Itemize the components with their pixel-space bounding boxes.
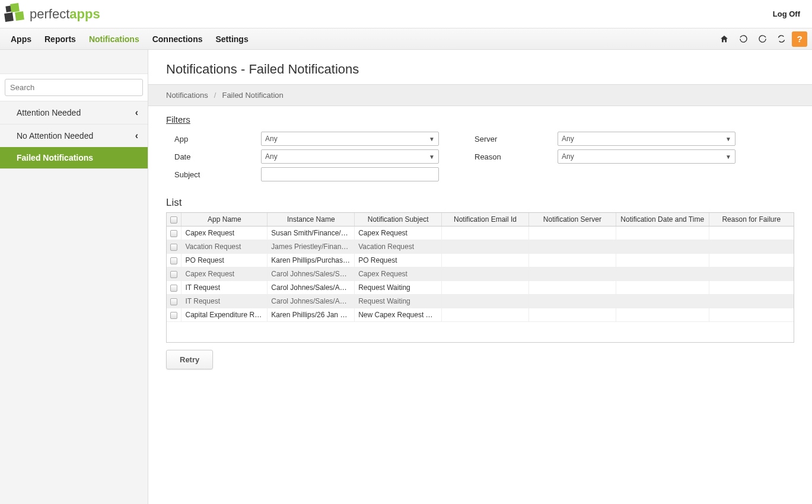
reload-icon[interactable] [754, 31, 770, 47]
cell-subject: Vacation Request [355, 240, 442, 254]
filter-date-select[interactable]: Any▼ [261, 149, 439, 164]
select-all-checkbox[interactable] [170, 216, 177, 224]
cell-email [442, 267, 529, 281]
cell-app: Capital Expenditure Request [181, 308, 268, 322]
cell-date [616, 227, 709, 240]
filter-reason-label: Reason [439, 152, 558, 161]
retry-button[interactable]: Retry [166, 350, 213, 369]
cell-instance: Susan Smith/Finance/FR455 [268, 227, 355, 240]
nav-item-settings[interactable]: Settings [215, 34, 248, 44]
cell-email [442, 281, 529, 295]
table-row[interactable]: IT RequestCarol Johnes/Sales/AB232Reques… [167, 295, 794, 308]
home-icon[interactable] [716, 31, 733, 47]
logo-text: perfectapps [30, 7, 100, 22]
filter-subject-input[interactable] [261, 167, 439, 181]
top-header: perfectapps Log Off [0, 0, 812, 28]
cell-server [528, 295, 616, 308]
list-grid: App NameInstance NameNotification Subjec… [166, 212, 794, 343]
page-title: Notifications - Failed Notifications [148, 50, 812, 84]
sidebar-item-attention-needed[interactable]: Attention Needed‹ [0, 101, 148, 124]
list-heading: List [166, 197, 794, 209]
row-checkbox[interactable] [170, 271, 177, 278]
cell-email [442, 295, 529, 308]
cell-instance: Carol Johnes/Sales/AB232 [268, 295, 355, 308]
cell-server [528, 254, 616, 267]
logo-mark-icon [5, 4, 26, 25]
table-row[interactable]: IT RequestCarol Johnes/Sales/AB232Reques… [167, 281, 794, 295]
table-row[interactable]: PO RequestKaren Phillips/Purchase/PR5PO … [167, 254, 794, 267]
column-header[interactable]: Notification Server [528, 213, 616, 227]
cell-subject: Capex Request [355, 267, 442, 281]
refresh-icon[interactable] [735, 31, 752, 47]
row-checkbox[interactable] [170, 244, 177, 251]
filter-subject-label: Subject [166, 170, 261, 179]
logo: perfectapps [5, 4, 100, 25]
cell-app: Vacation Request [181, 240, 268, 254]
cell-subject: Request Waiting [355, 295, 442, 308]
sync-icon[interactable] [773, 31, 789, 47]
row-checkbox[interactable] [170, 312, 177, 319]
nav-item-connections[interactable]: Connections [152, 34, 203, 44]
nav-item-notifications[interactable]: Notifications [89, 34, 139, 44]
row-checkbox[interactable] [170, 298, 177, 305]
filter-server-select[interactable]: Any▼ [558, 132, 735, 146]
table-row[interactable]: Capital Expenditure RequestKaren Phillip… [167, 308, 794, 322]
nav-item-reports[interactable]: Reports [44, 34, 76, 44]
table-row[interactable]: Capex RequestSusan Smith/Finance/FR455Ca… [167, 227, 794, 240]
breadcrumb-item[interactable]: Notifications [166, 91, 208, 100]
filter-app-select[interactable]: Any▼ [261, 132, 439, 146]
sidebar-item-no-attention-needed[interactable]: No Attention Needed‹ [0, 124, 148, 147]
cell-instance: James Priestley/Finance/FC5 [268, 240, 355, 254]
cell-date [616, 281, 709, 295]
table-row[interactable]: Capex RequestCarol Johnes/Sales/SR443Cap… [167, 267, 794, 281]
column-header[interactable]: Notification Email Id [442, 213, 529, 227]
cell-app: Capex Request [181, 227, 268, 240]
column-header[interactable]: Reason for Failure [709, 213, 794, 227]
sidebar: Attention Needed‹No Attention Needed‹Fai… [0, 50, 148, 504]
chevron-left-icon: ‹ [135, 130, 138, 141]
table-row[interactable]: Vacation RequestJames Priestley/Finance/… [167, 240, 794, 254]
nav-item-apps[interactable]: Apps [11, 34, 31, 44]
cell-subject: New Capex Request Waiting [355, 308, 442, 322]
logoff-link[interactable]: Log Off [773, 9, 800, 18]
filters-heading: Filters [166, 114, 794, 125]
cell-server [528, 240, 616, 254]
row-checkbox[interactable] [170, 285, 177, 292]
cell-reason [709, 308, 794, 322]
cell-date [616, 308, 709, 322]
cell-reason [709, 281, 794, 295]
column-header[interactable]: App Name [181, 213, 268, 227]
cell-date [616, 267, 709, 281]
cell-email [442, 227, 529, 240]
filter-app-label: App [166, 135, 261, 143]
sidebar-item-failed-notifications[interactable]: Failed Notifications [0, 147, 148, 168]
column-header[interactable]: Instance Name [268, 213, 355, 227]
cell-email [442, 254, 529, 267]
column-header[interactable]: Notification Date and Time [616, 213, 709, 227]
cell-email [442, 240, 529, 254]
cell-date [616, 240, 709, 254]
chevron-down-icon: ▼ [725, 154, 731, 160]
cell-app: Capex Request [181, 267, 268, 281]
search-input[interactable] [5, 79, 143, 96]
cell-app: IT Request [181, 295, 268, 308]
cell-server [528, 308, 616, 322]
row-checkbox[interactable] [170, 230, 177, 237]
breadcrumb-separator: / [214, 91, 216, 100]
help-icon[interactable]: ? [792, 31, 807, 47]
nav-bar: AppsReportsNotificationsConnectionsSetti… [0, 28, 812, 50]
cell-server [528, 227, 616, 240]
cell-date [616, 254, 709, 267]
cell-instance: Karen Phillips/26 Jan 2018/IT [268, 308, 355, 322]
chevron-left-icon: ‹ [135, 107, 138, 118]
filter-reason-select[interactable]: Any▼ [558, 149, 735, 164]
cell-reason [709, 267, 794, 281]
chevron-down-icon: ▼ [429, 154, 435, 160]
chevron-down-icon: ▼ [429, 136, 435, 142]
column-header[interactable]: Notification Subject [355, 213, 442, 227]
cell-app: PO Request [181, 254, 268, 267]
cell-server [528, 281, 616, 295]
filter-server-label: Server [439, 135, 558, 143]
row-checkbox[interactable] [170, 257, 177, 264]
cell-reason [709, 254, 794, 267]
